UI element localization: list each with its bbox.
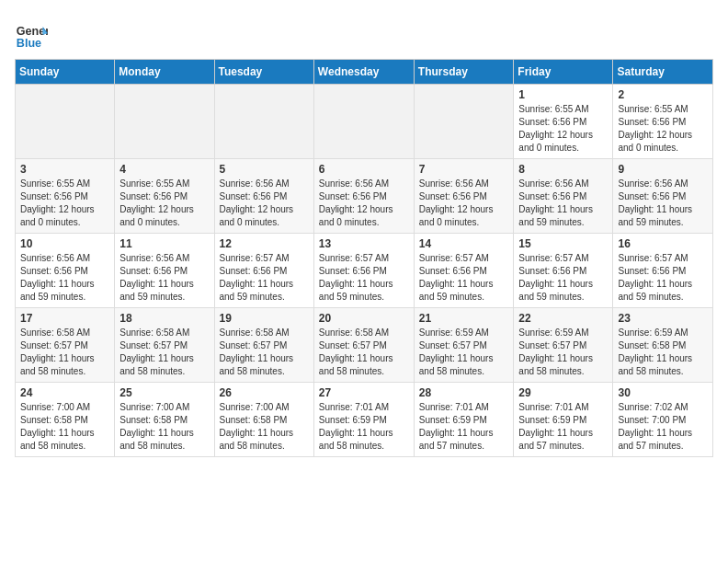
calendar-cell: 18Sunrise: 6:58 AMSunset: 6:57 PMDayligh… xyxy=(115,308,214,383)
calendar-week-row: 24Sunrise: 7:00 AMSunset: 6:58 PMDayligh… xyxy=(16,383,713,457)
day-number: 27 xyxy=(319,386,409,399)
day-info: Sunrise: 7:02 AMSunset: 7:00 PMDaylight:… xyxy=(618,401,708,453)
day-info: Sunrise: 6:59 AMSunset: 6:57 PMDaylight:… xyxy=(419,327,509,378)
day-info: Sunrise: 6:58 AMSunset: 6:57 PMDaylight:… xyxy=(220,327,309,378)
day-number: 11 xyxy=(119,237,209,250)
calendar-cell: 6Sunrise: 6:56 AMSunset: 6:56 PMDaylight… xyxy=(313,159,414,234)
calendar-body: 1Sunrise: 6:55 AMSunset: 6:56 PMDaylight… xyxy=(16,85,713,457)
weekday-header: Friday xyxy=(514,60,613,85)
calendar-cell xyxy=(214,85,313,159)
day-info: Sunrise: 7:00 AMSunset: 6:58 PMDaylight:… xyxy=(20,401,109,453)
day-info: Sunrise: 7:01 AMSunset: 6:59 PMDaylight:… xyxy=(319,401,409,453)
calendar-cell: 19Sunrise: 6:58 AMSunset: 6:57 PMDayligh… xyxy=(214,308,313,383)
day-number: 21 xyxy=(419,312,509,325)
day-number: 15 xyxy=(518,237,608,250)
calendar-cell: 20Sunrise: 6:58 AMSunset: 6:57 PMDayligh… xyxy=(313,308,414,383)
logo: General Blue xyxy=(15,18,51,52)
calendar-cell xyxy=(313,85,414,159)
day-info: Sunrise: 7:01 AMSunset: 6:59 PMDaylight:… xyxy=(419,401,509,453)
day-number: 28 xyxy=(419,386,509,399)
weekday-header: Sunday xyxy=(16,60,115,85)
day-number: 23 xyxy=(618,312,708,325)
day-info: Sunrise: 6:59 AMSunset: 6:58 PMDaylight:… xyxy=(618,327,708,378)
day-number: 9 xyxy=(618,163,708,176)
day-info: Sunrise: 6:55 AMSunset: 6:56 PMDaylight:… xyxy=(20,178,109,229)
day-info: Sunrise: 6:56 AMSunset: 6:56 PMDaylight:… xyxy=(20,252,109,304)
calendar-cell: 21Sunrise: 6:59 AMSunset: 6:57 PMDayligh… xyxy=(414,308,514,383)
day-number: 24 xyxy=(20,386,109,399)
weekday-row: SundayMondayTuesdayWednesdayThursdayFrid… xyxy=(16,60,713,85)
day-number: 4 xyxy=(119,163,209,176)
day-info: Sunrise: 6:56 AMSunset: 6:56 PMDaylight:… xyxy=(319,178,409,229)
calendar-cell: 1Sunrise: 6:55 AMSunset: 6:56 PMDaylight… xyxy=(514,85,613,159)
weekday-header: Saturday xyxy=(613,60,713,85)
day-info: Sunrise: 6:56 AMSunset: 6:56 PMDaylight:… xyxy=(419,178,509,229)
day-number: 12 xyxy=(220,237,309,250)
day-number: 20 xyxy=(319,312,409,325)
day-info: Sunrise: 6:59 AMSunset: 6:57 PMDaylight:… xyxy=(518,327,608,378)
calendar-cell: 10Sunrise: 6:56 AMSunset: 6:56 PMDayligh… xyxy=(16,234,115,308)
logo-icon: General Blue xyxy=(15,18,48,52)
day-info: Sunrise: 7:01 AMSunset: 6:59 PMDaylight:… xyxy=(518,401,608,453)
day-number: 6 xyxy=(319,163,409,176)
day-info: Sunrise: 7:00 AMSunset: 6:58 PMDaylight:… xyxy=(119,401,209,453)
calendar-cell: 16Sunrise: 6:57 AMSunset: 6:56 PMDayligh… xyxy=(613,234,713,308)
calendar-cell xyxy=(115,85,214,159)
day-number: 3 xyxy=(20,163,109,176)
day-number: 18 xyxy=(119,312,209,325)
calendar-week-row: 1Sunrise: 6:55 AMSunset: 6:56 PMDaylight… xyxy=(16,85,713,159)
calendar-header: SundayMondayTuesdayWednesdayThursdayFrid… xyxy=(16,60,713,85)
day-number: 16 xyxy=(618,237,708,250)
calendar-cell: 15Sunrise: 6:57 AMSunset: 6:56 PMDayligh… xyxy=(514,234,613,308)
day-info: Sunrise: 6:56 AMSunset: 6:56 PMDaylight:… xyxy=(220,178,309,229)
calendar-cell: 11Sunrise: 6:56 AMSunset: 6:56 PMDayligh… xyxy=(115,234,214,308)
day-number: 29 xyxy=(518,386,608,399)
calendar-cell: 7Sunrise: 6:56 AMSunset: 6:56 PMDaylight… xyxy=(414,159,514,234)
weekday-header: Tuesday xyxy=(214,60,313,85)
calendar-cell: 2Sunrise: 6:55 AMSunset: 6:56 PMDaylight… xyxy=(613,85,713,159)
day-number: 14 xyxy=(419,237,509,250)
day-info: Sunrise: 6:57 AMSunset: 6:56 PMDaylight:… xyxy=(319,252,409,304)
weekday-header: Monday xyxy=(115,60,214,85)
weekday-header: Thursday xyxy=(414,60,514,85)
day-info: Sunrise: 6:55 AMSunset: 6:56 PMDaylight:… xyxy=(119,178,209,229)
calendar-cell: 4Sunrise: 6:55 AMSunset: 6:56 PMDaylight… xyxy=(115,159,214,234)
day-number: 1 xyxy=(518,88,608,101)
calendar-cell: 26Sunrise: 7:00 AMSunset: 6:58 PMDayligh… xyxy=(214,383,313,457)
day-info: Sunrise: 6:55 AMSunset: 6:56 PMDaylight:… xyxy=(518,103,608,155)
calendar-cell: 25Sunrise: 7:00 AMSunset: 6:58 PMDayligh… xyxy=(115,383,214,457)
day-info: Sunrise: 6:58 AMSunset: 6:57 PMDaylight:… xyxy=(20,327,109,378)
calendar-cell: 12Sunrise: 6:57 AMSunset: 6:56 PMDayligh… xyxy=(214,234,313,308)
calendar-cell: 8Sunrise: 6:56 AMSunset: 6:56 PMDaylight… xyxy=(514,159,613,234)
calendar-cell: 22Sunrise: 6:59 AMSunset: 6:57 PMDayligh… xyxy=(514,308,613,383)
day-info: Sunrise: 6:57 AMSunset: 6:56 PMDaylight:… xyxy=(618,252,708,304)
calendar-week-row: 10Sunrise: 6:56 AMSunset: 6:56 PMDayligh… xyxy=(16,234,713,308)
day-number: 13 xyxy=(319,237,409,250)
day-number: 17 xyxy=(20,312,109,325)
calendar-cell: 14Sunrise: 6:57 AMSunset: 6:56 PMDayligh… xyxy=(414,234,514,308)
calendar-cell: 13Sunrise: 6:57 AMSunset: 6:56 PMDayligh… xyxy=(313,234,414,308)
day-number: 25 xyxy=(119,386,209,399)
day-info: Sunrise: 6:58 AMSunset: 6:57 PMDaylight:… xyxy=(119,327,209,378)
calendar-cell: 23Sunrise: 6:59 AMSunset: 6:58 PMDayligh… xyxy=(613,308,713,383)
day-number: 30 xyxy=(618,386,708,399)
day-number: 5 xyxy=(220,163,309,176)
svg-text:Blue: Blue xyxy=(17,37,41,50)
calendar-cell: 3Sunrise: 6:55 AMSunset: 6:56 PMDaylight… xyxy=(16,159,115,234)
calendar-cell xyxy=(414,85,514,159)
calendar-cell: 29Sunrise: 7:01 AMSunset: 6:59 PMDayligh… xyxy=(514,383,613,457)
day-info: Sunrise: 6:57 AMSunset: 6:56 PMDaylight:… xyxy=(518,252,608,304)
day-info: Sunrise: 6:57 AMSunset: 6:56 PMDaylight:… xyxy=(220,252,309,304)
calendar-cell xyxy=(16,85,115,159)
day-info: Sunrise: 6:56 AMSunset: 6:56 PMDaylight:… xyxy=(518,178,608,229)
day-info: Sunrise: 6:57 AMSunset: 6:56 PMDaylight:… xyxy=(419,252,509,304)
calendar-week-row: 3Sunrise: 6:55 AMSunset: 6:56 PMDaylight… xyxy=(16,159,713,234)
day-info: Sunrise: 6:56 AMSunset: 6:56 PMDaylight:… xyxy=(119,252,209,304)
day-info: Sunrise: 6:56 AMSunset: 6:56 PMDaylight:… xyxy=(618,178,708,229)
day-number: 26 xyxy=(220,386,309,399)
calendar-cell: 28Sunrise: 7:01 AMSunset: 6:59 PMDayligh… xyxy=(414,383,514,457)
day-info: Sunrise: 6:58 AMSunset: 6:57 PMDaylight:… xyxy=(319,327,409,378)
calendar-cell: 5Sunrise: 6:56 AMSunset: 6:56 PMDaylight… xyxy=(214,159,313,234)
page-header: General Blue xyxy=(15,15,713,52)
day-info: Sunrise: 6:55 AMSunset: 6:56 PMDaylight:… xyxy=(618,103,708,155)
